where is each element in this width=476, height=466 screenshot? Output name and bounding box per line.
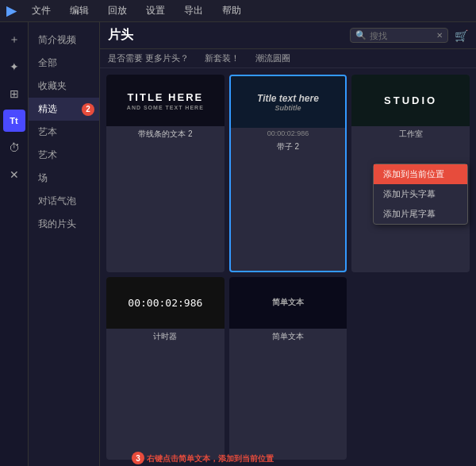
promo-item-2[interactable]: 潮流圆圈 (255, 52, 290, 64)
section-title: 片头 (108, 27, 133, 44)
sidebar-btn-grid[interactable]: ⊞ (3, 83, 25, 105)
simple-text-card-label: 简单文本 (229, 329, 347, 345)
clear-search-icon[interactable]: ✕ (436, 31, 443, 40)
panel-item-artbook[interactable]: 艺本 (29, 121, 99, 144)
promo-bar: 是否需要 更多片头？ 新套装！ 潮流圆圈 (100, 49, 476, 68)
content-area: 片头 🔍 ✕ 🛒 是否需要 更多片头？ 新套装！ 潮流圆圈 TITLE HERE… (100, 22, 476, 466)
title-card-2[interactable]: Title text here Subtitle 00:00:02:986 带子… (229, 75, 347, 272)
timer-label: 计时器 (106, 329, 225, 345)
menu-playback[interactable]: 回放 (105, 2, 130, 19)
title-card-1[interactable]: TITLE HERE AND SOME TEXT HERE 带线条的文本 2 (106, 75, 225, 272)
sidebar-btn-clock[interactable]: ⏱ (3, 137, 25, 159)
card2-time: 00:00:02:986 (231, 128, 346, 139)
context-menu-item-0[interactable]: 添加到当前位置 (374, 164, 467, 184)
card1-small-text: AND SOME TEXT HERE (127, 105, 204, 110)
panel-item-intro[interactable]: 简介视频 (29, 29, 99, 52)
menu-settings[interactable]: 设置 (143, 2, 168, 19)
panel-item-all[interactable]: 全部 (29, 52, 99, 75)
panel-item-art[interactable]: 艺术 (29, 144, 99, 167)
featured-badge: 2 (82, 103, 94, 116)
panel-item-myheads[interactable]: 我的片头 (29, 213, 99, 236)
menu-file[interactable]: 文件 (29, 2, 54, 19)
main-layout: ＋ ✦ ⊞ Tt ⏱ ✕ 简介视频 全部 收藏夹 精选 2 艺本 艺术 场 对话… (0, 22, 476, 466)
timer-card[interactable]: 00:00:02:986 计时器 (106, 277, 225, 460)
timer-thumb: 00:00:02:986 (106, 277, 225, 329)
card-thumb-2: Title text here Subtitle (231, 76, 346, 128)
panel-item-featured[interactable]: 精选 2 (29, 98, 99, 121)
search-box: 🔍 ✕ (350, 28, 448, 43)
context-menu-item-1[interactable]: 添加片头字幕 (374, 184, 467, 204)
card-thumb-1: TITLE HERE AND SOME TEXT HERE (106, 75, 225, 126)
app-logo: ▶ (6, 3, 16, 18)
card3-title: STUDIO (384, 94, 437, 106)
search-input[interactable] (370, 31, 433, 40)
panel-item-favorites[interactable]: 收藏夹 (29, 75, 99, 98)
search-icon: 🔍 (355, 30, 367, 40)
sidebar-btn-text[interactable]: Tt (3, 110, 25, 132)
sidebar-btn-tools[interactable]: ✕ (3, 164, 25, 186)
simple-text-card[interactable]: 简单文本 简单文本 (229, 277, 347, 460)
card3-label: 工作室 (351, 126, 470, 142)
menu-export[interactable]: 导出 (181, 2, 206, 19)
panel-item-bubble[interactable]: 对话气泡 (29, 190, 99, 213)
card-thumb-3: STUDIO (351, 75, 470, 126)
simple-text-content: 简单文本 (272, 297, 304, 308)
cart-icon[interactable]: 🛒 (455, 29, 468, 42)
card1-big-text: TITLE HERE (127, 91, 203, 103)
menu-edit[interactable]: 编辑 (67, 2, 92, 19)
context-menu-item-2[interactable]: 添加片尾字幕 (374, 204, 467, 224)
context-menu: 添加到当前位置 添加片头字幕 添加片尾字幕 (373, 164, 468, 225)
menu-bar: ▶ 文件 编辑 回放 设置 导出 帮助 (0, 0, 476, 22)
card2-label: 带子 2 (231, 139, 346, 155)
icon-sidebar: ＋ ✦ ⊞ Tt ⏱ ✕ (0, 22, 29, 466)
card2-title-text: Title text here (257, 93, 319, 104)
promo-item-1[interactable]: 新套装！ (205, 52, 240, 64)
card2-subtitle-text: Subtitle (274, 104, 301, 112)
promo-item-0[interactable]: 是否需要 更多片头？ (108, 52, 189, 64)
card1-label: 带线条的文本 2 (106, 126, 225, 142)
sidebar-btn-magic[interactable]: ✦ (3, 56, 25, 78)
sidebar-btn-plus[interactable]: ＋ (3, 29, 25, 51)
left-panel: 简介视频 全部 收藏夹 精选 2 艺本 艺术 场 对话气泡 我的片头 (29, 22, 100, 466)
simple-text-thumb: 简单文本 (229, 277, 347, 329)
grid-area: TITLE HERE AND SOME TEXT HERE 带线条的文本 2 T… (100, 68, 476, 466)
content-header: 片头 🔍 ✕ 🛒 (100, 22, 476, 49)
menu-help[interactable]: 帮助 (219, 2, 244, 19)
panel-item-scene[interactable]: 场 (29, 167, 99, 190)
